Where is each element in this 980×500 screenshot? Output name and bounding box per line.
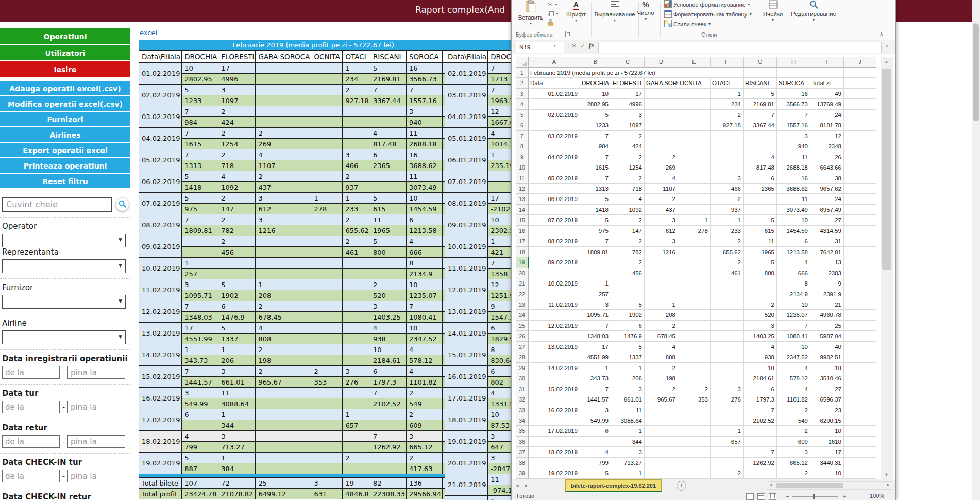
excel-cell[interactable] <box>844 247 876 257</box>
excel-cell[interactable] <box>645 437 678 447</box>
excel-grid[interactable]: ABCDEFGHIJ1Februarie 2019 (media profit … <box>516 57 877 479</box>
excel-cell[interactable]: 27 <box>810 215 844 225</box>
cancel-entry-icon[interactable]: ✕ <box>571 42 577 49</box>
excel-cell[interactable]: 15.02.2019 <box>529 384 580 394</box>
excel-cell[interactable]: 456 <box>611 268 645 278</box>
excel-cell[interactable] <box>844 110 876 120</box>
excel-cell[interactable]: 5 <box>744 215 777 225</box>
excel-cell[interactable]: 6643.66 <box>810 162 844 173</box>
formula-input[interactable] <box>598 42 882 53</box>
excel-cell[interactable]: 10 <box>744 363 777 373</box>
excel-cell[interactable] <box>844 405 876 415</box>
excel-cell[interactable] <box>744 131 777 141</box>
excel-cell[interactable]: 6957.49 <box>810 205 844 215</box>
excel-cell[interactable] <box>744 68 777 78</box>
excel-cell[interactable]: 1 <box>711 426 744 436</box>
excel-cell[interactable]: 1 <box>611 426 645 436</box>
excel-row-number[interactable]: 15 <box>516 215 529 225</box>
excel-cell[interactable]: 4960.78 <box>810 310 844 320</box>
vertical-scroll-thumb[interactable] <box>882 69 891 270</box>
excel-cell[interactable]: DROCHIA <box>580 78 611 88</box>
reprezentanta-select[interactable]: ▼ <box>2 259 126 273</box>
date-from-input[interactable] <box>2 401 60 413</box>
excel-row-number[interactable]: 3 <box>516 89 529 99</box>
zoom-slider[interactable] <box>792 496 838 497</box>
excel-cell[interactable]: OCNITA <box>678 78 711 88</box>
excel-cell[interactable]: 14.02.2019 <box>529 363 580 373</box>
editing-group-button[interactable]: Редактирование ▼ <box>790 0 837 22</box>
font-group-button[interactable]: A Шрифт ▼ <box>563 0 589 22</box>
excel-cell[interactable] <box>529 373 580 384</box>
excel-cell[interactable]: 549.99 <box>580 415 611 426</box>
excel-cell[interactable]: 782 <box>611 247 645 257</box>
excel-cell[interactable] <box>678 468 711 478</box>
excel-cell[interactable] <box>844 352 876 362</box>
zoom-in-icon[interactable]: ＋ <box>841 493 847 500</box>
excel-column-header[interactable]: A <box>529 57 580 68</box>
excel-cell[interactable]: 940 <box>777 141 810 152</box>
excel-cell[interactable]: FLORESTI <box>611 78 645 88</box>
excel-cell[interactable]: 27 <box>810 384 844 394</box>
excel-cell[interactable]: 2 <box>611 131 645 141</box>
excel-cell[interactable]: 09.02.2019 <box>529 257 580 268</box>
excel-cell[interactable] <box>529 331 580 341</box>
new-sheet-icon[interactable]: + <box>677 481 686 491</box>
excel-cell[interactable] <box>678 205 711 215</box>
excel-cell[interactable]: 6596.37 <box>810 394 844 405</box>
zoom-slider-knob[interactable] <box>813 494 815 499</box>
name-box[interactable]: N19 <box>516 42 564 53</box>
excel-cell[interactable] <box>711 405 744 415</box>
excel-cell[interactable] <box>844 120 876 130</box>
excel-cell[interactable]: 800 <box>744 268 777 278</box>
excel-cell[interactable]: 984 <box>580 141 611 152</box>
excel-cell[interactable]: 2 <box>777 426 810 436</box>
excel-cell[interactable]: 4314.59 <box>810 226 844 236</box>
cells-group-button[interactable]: Ячейки ▼ <box>760 0 786 22</box>
excel-cell[interactable] <box>678 458 711 468</box>
excel-cell[interactable]: 06.02.2019 <box>529 194 580 204</box>
excel-cell[interactable]: 2184.61 <box>744 373 777 384</box>
excel-cell[interactable]: 206 <box>611 373 645 384</box>
excel-row-number[interactable]: 12 <box>516 184 529 194</box>
excel-cell[interactable]: 12 <box>810 131 844 141</box>
ribbon-styles-button[interactable]: Стили ячеек▼ <box>664 20 752 28</box>
excel-row-number[interactable]: 16 <box>516 226 529 236</box>
excel-cell[interactable] <box>645 468 678 478</box>
excel-cell[interactable]: 2102.52 <box>744 415 777 426</box>
excel-cell[interactable] <box>678 268 711 278</box>
excel-cell[interactable]: 937 <box>711 205 744 215</box>
excel-cell[interactable]: 4 <box>744 152 777 162</box>
excel-cell[interactable]: 3566.73 <box>777 99 810 109</box>
horizontal-scrollbar[interactable]: ◄ ► <box>767 481 892 490</box>
excel-cell[interactable]: 975 <box>580 226 611 236</box>
scroll-right-icon[interactable]: ► <box>886 482 890 487</box>
excel-row-number[interactable]: 19 <box>516 257 529 268</box>
excel-cell[interactable]: 4551.99 <box>580 352 611 362</box>
excel-cell[interactable]: 3 <box>580 405 611 415</box>
number-group-button[interactable]: % Число ▼ <box>633 0 658 21</box>
confirm-entry-icon[interactable]: ✓ <box>580 42 585 49</box>
excel-cell[interactable] <box>711 373 744 384</box>
excel-cell[interactable] <box>844 331 876 341</box>
copy-button[interactable]: ▼ <box>548 10 559 18</box>
excel-cell[interactable] <box>645 268 678 278</box>
excel-cell[interactable]: 3 <box>744 321 777 331</box>
excel-cell[interactable]: 257 <box>580 289 611 299</box>
date-from-input[interactable] <box>2 366 60 379</box>
excel-row-number[interactable]: 5 <box>516 110 529 120</box>
excel-cell[interactable]: 817.48 <box>744 162 777 173</box>
excel-cell[interactable]: 2802.95 <box>580 99 611 109</box>
excel-cell[interactable] <box>844 89 876 99</box>
excel-cell[interactable] <box>678 373 711 384</box>
excel-cell[interactable] <box>844 205 876 215</box>
excel-cell[interactable]: 2 <box>711 236 744 246</box>
excel-cell[interactable]: 3688.62 <box>777 184 810 194</box>
excel-cell[interactable] <box>844 310 876 320</box>
ribbon-styles-button[interactable]: Форматировать как таблицу▼ <box>664 10 752 18</box>
excel-row-number[interactable]: 23 <box>516 299 529 310</box>
excel-cell[interactable]: 678.45 <box>645 331 678 341</box>
excel-cell[interactable] <box>529 352 580 362</box>
excel-cell[interactable]: 6 <box>777 236 810 246</box>
paste-button[interactable]: Вставить ▼ <box>516 0 546 25</box>
excel-cell[interactable]: 2383 <box>810 268 844 278</box>
